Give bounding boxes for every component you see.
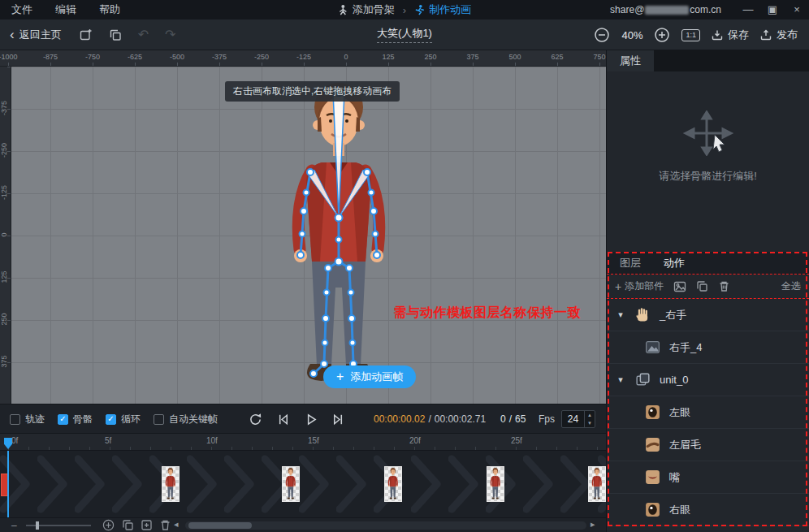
ruler-label: 375 bbox=[461, 53, 484, 61]
toggle-loop[interactable]: ✓ 循环 bbox=[106, 413, 141, 426]
menu-help[interactable]: 帮助 bbox=[88, 0, 132, 19]
publish-label: 发布 bbox=[777, 28, 798, 42]
layers-tabbar: 图层 动作 bbox=[607, 252, 809, 275]
animation-canvas[interactable]: 右击画布取消选中,右键拖拽移动画布 bbox=[11, 67, 606, 404]
scroll-right-arrow[interactable]: ▸ bbox=[591, 519, 595, 530]
playhead-handle[interactable] bbox=[4, 438, 12, 449]
scrollbar-thumb[interactable] bbox=[188, 522, 252, 529]
tab-properties[interactable]: 属性 bbox=[607, 50, 654, 71]
plus-icon: + bbox=[336, 370, 344, 383]
keyframe-thumbnail[interactable] bbox=[487, 466, 504, 502]
nav-make-animation-label: 制作动画 bbox=[429, 2, 471, 17]
timeline-ruler[interactable]: 0f 5f 10f 15f 20f 25f bbox=[0, 433, 606, 451]
fps-input[interactable]: 24 ▲ ▼ bbox=[561, 410, 595, 428]
play-button[interactable] bbox=[303, 412, 318, 427]
spinner-down-icon[interactable]: ▼ bbox=[585, 419, 595, 427]
eye-thumbnail-icon bbox=[644, 404, 661, 421]
playback-toggles: 轨迹 ✓ 骨骼 ✓ 循环 自动关键帧 bbox=[10, 404, 218, 434]
zoom-level: 40% bbox=[621, 29, 642, 41]
timeline-zoom-minus[interactable]: – bbox=[11, 520, 17, 531]
checkbox-unchecked-icon[interactable] bbox=[154, 414, 164, 425]
layer-row-mouth[interactable]: 嘴 bbox=[607, 461, 809, 494]
time-current: 00:00:00.02 bbox=[374, 413, 425, 425]
step-forward-button[interactable] bbox=[331, 412, 346, 427]
nav-add-skeleton[interactable]: 添加骨架 bbox=[338, 2, 395, 17]
reset-loop-button[interactable] bbox=[248, 412, 263, 427]
zoom-out-button[interactable] bbox=[594, 27, 610, 43]
caret-down-icon[interactable]: ▾ bbox=[615, 309, 626, 320]
copy-keyframe-button[interactable] bbox=[122, 519, 134, 531]
duplicate-layer-button[interactable] bbox=[696, 280, 708, 292]
add-animation-frame-button[interactable]: + 添加动画帧 bbox=[323, 365, 416, 388]
ruler-label: -125 bbox=[292, 53, 315, 61]
timeline-zoom-slider[interactable] bbox=[26, 525, 91, 526]
toggle-label: 轨迹 bbox=[25, 413, 45, 426]
layer-label: unit_0 bbox=[660, 374, 688, 386]
delete-keyframe-button[interactable] bbox=[159, 519, 171, 531]
tab-layers[interactable]: 图层 bbox=[620, 256, 641, 270]
ruler-label: 375 bbox=[0, 345, 10, 378]
layer-row-unit-0[interactable]: ▾ unit_0 bbox=[607, 364, 809, 396]
layer-row-left-eye[interactable]: 左眼 bbox=[607, 396, 809, 429]
save-button[interactable]: 保存 bbox=[712, 28, 749, 42]
add-part-button[interactable]: + 添加部件 bbox=[615, 279, 664, 293]
timeline-track[interactable] bbox=[0, 451, 606, 517]
account-prefix: share@ bbox=[610, 4, 644, 15]
timeline-scrollbar[interactable] bbox=[185, 521, 586, 530]
character-with-skeleton[interactable] bbox=[279, 75, 401, 400]
maximize-button[interactable]: ▣ bbox=[760, 0, 785, 19]
toggle-auto-keyframe[interactable]: 自动关键帧 bbox=[154, 413, 218, 426]
mode-nav: 添加骨架 › 制作动画 bbox=[338, 0, 471, 19]
layer-row-right-hand-group[interactable]: ▾ _右手 bbox=[607, 299, 809, 331]
minimize-button[interactable]: — bbox=[736, 0, 760, 19]
menubar: 文件 编辑 帮助 添加骨架 › 制作动画 share@com.cn bbox=[0, 0, 809, 19]
actual-size-button[interactable]: 1:1 bbox=[681, 29, 700, 41]
back-home-label: 返回主页 bbox=[19, 28, 62, 42]
ruler-label: 125 bbox=[0, 261, 10, 293]
spinner-up-icon[interactable]: ▲ bbox=[585, 411, 595, 419]
layer-row-right-eye[interactable]: 右眼 bbox=[607, 494, 809, 526]
keyframe-thumbnail[interactable] bbox=[588, 466, 606, 502]
nav-make-animation[interactable]: 制作动画 bbox=[414, 2, 471, 17]
checkbox-unchecked-icon[interactable] bbox=[10, 414, 20, 425]
back-home-button[interactable]: ‹ 返回主页 bbox=[0, 28, 71, 42]
add-keyframe-button[interactable] bbox=[141, 519, 153, 531]
eye-thumbnail-icon bbox=[644, 501, 661, 518]
zoom-plus-button[interactable] bbox=[102, 519, 115, 531]
select-all-button[interactable]: 全选 bbox=[781, 279, 801, 293]
delete-layer-button[interactable] bbox=[718, 280, 730, 292]
account-suffix: com.cn bbox=[690, 4, 721, 15]
redo-button[interactable]: ↷ bbox=[165, 27, 175, 42]
frame-ruler-label: 10f bbox=[206, 436, 218, 445]
fps-spinner[interactable]: ▲ ▼ bbox=[584, 411, 595, 427]
document-title[interactable]: 大笑(人物1) bbox=[377, 26, 432, 43]
ruler-label: -500 bbox=[166, 53, 188, 61]
zoom-in-button[interactable] bbox=[654, 27, 670, 43]
publish-button[interactable]: 发布 bbox=[760, 28, 798, 42]
keyframe-thumbnail[interactable] bbox=[162, 466, 180, 502]
toggle-bones[interactable]: ✓ 骨骼 bbox=[58, 413, 93, 426]
menu-file[interactable]: 文件 bbox=[0, 0, 44, 19]
insert-frame-button[interactable] bbox=[80, 28, 93, 41]
layer-row-right-hand-4[interactable]: 右手_4 bbox=[607, 331, 809, 364]
checkbox-checked-icon[interactable]: ✓ bbox=[58, 414, 68, 425]
keyframe-thumbnail[interactable] bbox=[384, 466, 402, 502]
checkbox-checked-icon[interactable]: ✓ bbox=[106, 414, 116, 425]
menu-edit[interactable]: 编辑 bbox=[44, 0, 88, 19]
canvas-tooltip: 右击画布取消选中,右键拖拽移动画布 bbox=[225, 81, 400, 102]
select-bone-hint: 请选择骨骼进行编辑! bbox=[659, 169, 757, 184]
playhead-line[interactable] bbox=[7, 451, 9, 517]
close-button[interactable]: × bbox=[785, 0, 809, 19]
toggle-trajectory[interactable]: 轨迹 bbox=[10, 413, 45, 426]
step-back-button[interactable] bbox=[275, 412, 291, 427]
slider-thumb[interactable] bbox=[36, 521, 39, 530]
caret-down-icon[interactable]: ▾ bbox=[615, 374, 626, 385]
scroll-left-arrow[interactable]: ◂ bbox=[174, 519, 179, 530]
publish-icon bbox=[760, 29, 772, 41]
tab-actions[interactable]: 动作 bbox=[664, 256, 685, 270]
keyframe-thumbnail[interactable] bbox=[282, 466, 300, 502]
copy-frame-button[interactable] bbox=[109, 28, 122, 41]
import-image-button[interactable] bbox=[673, 280, 686, 293]
undo-button[interactable]: ↶ bbox=[138, 27, 149, 42]
layer-row-left-eyebrow[interactable]: 左眉毛 bbox=[607, 429, 809, 461]
